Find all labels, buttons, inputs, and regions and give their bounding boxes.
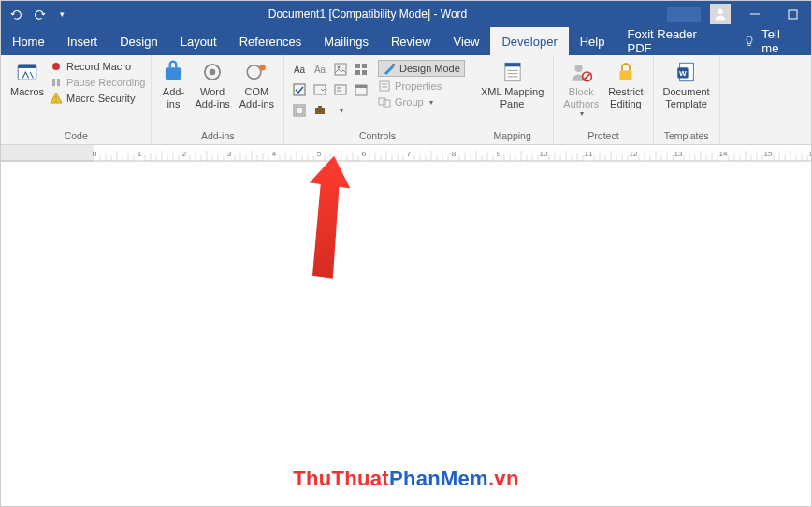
document-area[interactable]: ThuThuatPhanMem.vn bbox=[1, 162, 811, 506]
group-templates: W Document Template Templates bbox=[654, 55, 720, 144]
properties-icon bbox=[378, 80, 391, 93]
group-protect: Block Authors▾ Restrict Editing Protect bbox=[554, 55, 653, 144]
svg-rect-18 bbox=[355, 64, 360, 68]
watermark-c: .vn bbox=[488, 467, 519, 490]
repeating-section-icon[interactable] bbox=[290, 101, 309, 120]
watermark-b: PhanMem bbox=[389, 467, 488, 490]
com-addins-button[interactable]: COM Add-ins bbox=[236, 58, 278, 109]
pause-recording-label: Pause Recording bbox=[66, 77, 145, 88]
horizontal-ruler[interactable]: 012345678910111213141516 bbox=[1, 145, 811, 162]
macro-security-label: Macro Security bbox=[66, 93, 135, 104]
block-authors-button: Block Authors▾ bbox=[559, 58, 602, 118]
dropdown-control-icon[interactable] bbox=[331, 80, 350, 99]
word-addins-label: Word Add-ins bbox=[195, 86, 229, 109]
svg-rect-22 bbox=[294, 84, 305, 95]
svg-rect-47 bbox=[619, 70, 631, 80]
user-avatar[interactable] bbox=[710, 4, 731, 24]
svg-rect-2 bbox=[789, 10, 797, 19]
tab-view[interactable]: View bbox=[442, 27, 491, 55]
tell-me[interactable]: Tell me bbox=[732, 27, 811, 55]
lightbulb-icon bbox=[743, 35, 756, 48]
macros-icon bbox=[15, 60, 39, 84]
svg-point-6 bbox=[52, 63, 60, 70]
group-protect-label: Protect bbox=[559, 130, 646, 144]
addins-label: Add- ins bbox=[163, 86, 184, 109]
store-icon bbox=[200, 60, 225, 84]
tell-me-label: Tell me bbox=[761, 27, 798, 55]
tab-developer[interactable]: Developer bbox=[490, 27, 568, 55]
svg-rect-7 bbox=[52, 79, 55, 86]
building-block-icon[interactable] bbox=[352, 60, 370, 79]
svg-text:0: 0 bbox=[93, 150, 97, 158]
design-mode-label: Design Mode bbox=[399, 63, 460, 74]
xml-icon bbox=[500, 60, 525, 84]
tab-home[interactable]: Home bbox=[1, 27, 56, 55]
svg-text:8: 8 bbox=[452, 150, 457, 158]
svg-rect-16 bbox=[335, 64, 346, 75]
svg-rect-33 bbox=[392, 64, 395, 66]
design-mode-button[interactable]: Design Mode bbox=[378, 60, 465, 77]
checkbox-control-icon[interactable] bbox=[290, 80, 309, 99]
svg-rect-20 bbox=[355, 70, 360, 75]
group-mapping: XML Mapping Pane Mapping bbox=[471, 55, 554, 144]
tab-mailings[interactable]: Mailings bbox=[312, 27, 380, 55]
svg-rect-34 bbox=[380, 81, 389, 91]
undo-icon[interactable] bbox=[10, 7, 23, 21]
maximize-button[interactable] bbox=[774, 1, 811, 27]
group-templates-label: Templates bbox=[660, 130, 714, 144]
legacy-tools-dropdown[interactable]: ▾ bbox=[331, 101, 350, 120]
svg-rect-24 bbox=[335, 85, 346, 94]
svg-rect-32 bbox=[318, 106, 322, 109]
tab-insert[interactable]: Insert bbox=[56, 27, 109, 55]
svg-point-10 bbox=[55, 100, 57, 102]
macro-security-button[interactable]: Macro Security bbox=[50, 92, 145, 105]
lock-icon bbox=[614, 60, 638, 84]
com-icon bbox=[244, 60, 268, 84]
xml-mapping-label: XML Mapping Pane bbox=[481, 86, 544, 109]
word-addins-button[interactable]: Word Add-ins bbox=[191, 58, 233, 109]
xml-mapping-button[interactable]: XML Mapping Pane bbox=[477, 58, 547, 109]
legacy-tools-icon[interactable] bbox=[311, 101, 329, 120]
plain-text-icon[interactable]: Aa bbox=[311, 60, 329, 79]
window-title: Document1 [Compatibility Mode] - Word bbox=[68, 7, 667, 21]
document-template-button[interactable]: W Document Template bbox=[660, 58, 714, 109]
svg-point-14 bbox=[248, 65, 262, 80]
tab-review[interactable]: Review bbox=[380, 27, 442, 55]
tab-foxit[interactable]: Foxit Reader PDF bbox=[616, 27, 732, 55]
svg-text:6: 6 bbox=[362, 150, 367, 158]
svg-rect-30 bbox=[296, 107, 303, 114]
tab-references[interactable]: References bbox=[228, 27, 312, 55]
tab-design[interactable]: Design bbox=[109, 27, 168, 55]
tab-layout[interactable]: Layout bbox=[169, 27, 228, 55]
group-mapping-label: Mapping bbox=[477, 130, 547, 144]
svg-rect-38 bbox=[384, 100, 390, 107]
macros-button[interactable]: Macros bbox=[7, 58, 48, 98]
svg-text:9: 9 bbox=[497, 150, 501, 158]
svg-point-13 bbox=[210, 69, 216, 76]
svg-point-44 bbox=[575, 65, 583, 72]
record-icon bbox=[50, 60, 63, 73]
word-doc-icon: W bbox=[674, 60, 699, 84]
combo-box-icon[interactable] bbox=[311, 80, 329, 99]
picture-control-icon[interactable] bbox=[331, 60, 350, 79]
minimize-button[interactable] bbox=[736, 1, 774, 27]
record-macro-label: Record Macro bbox=[66, 61, 131, 72]
record-macro-button[interactable]: Record Macro bbox=[50, 60, 145, 73]
user-name-placeholder bbox=[667, 7, 701, 22]
pause-recording-button: Pause Recording bbox=[50, 76, 145, 89]
restrict-editing-button[interactable]: Restrict Editing bbox=[604, 58, 646, 109]
group-code: Macros Record Macro Pause Recording Macr… bbox=[1, 55, 152, 144]
ribbon: Macros Record Macro Pause Recording Macr… bbox=[1, 55, 811, 145]
svg-text:14: 14 bbox=[719, 150, 728, 158]
svg-rect-5 bbox=[18, 65, 36, 68]
date-picker-icon[interactable] bbox=[352, 80, 370, 99]
svg-point-15 bbox=[260, 65, 267, 71]
rich-text-icon[interactable]: Aa bbox=[290, 60, 309, 79]
group-controls: Aa Aa ▾ Design Mode Propertie bbox=[284, 55, 471, 144]
svg-text:2: 2 bbox=[182, 150, 187, 158]
redo-icon[interactable] bbox=[33, 7, 46, 21]
tab-help[interactable]: Help bbox=[569, 27, 616, 55]
addins-button[interactable]: Add- ins bbox=[157, 58, 189, 109]
qat-more-icon[interactable]: ▾ bbox=[55, 7, 68, 21]
watermark-text: ThuThuatPhanMem.vn bbox=[293, 467, 518, 491]
